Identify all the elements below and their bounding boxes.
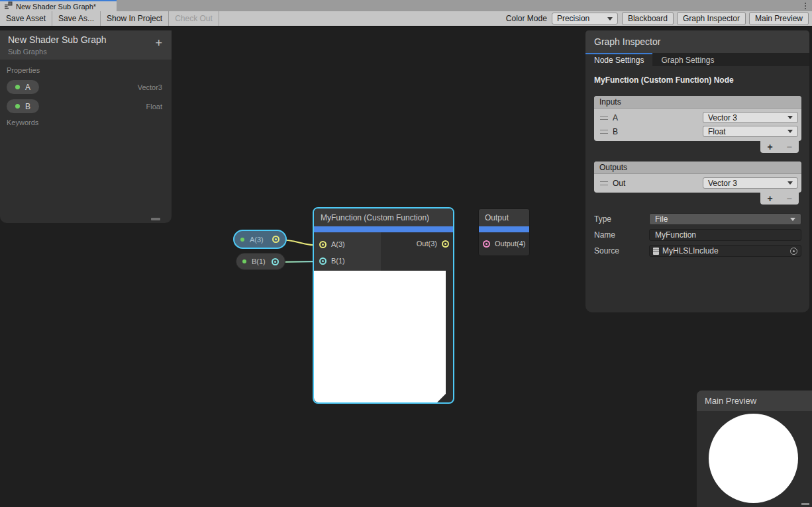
property-pill[interactable]: A: [7, 80, 39, 94]
keywords-section-label: Keywords: [0, 118, 172, 126]
exposed-dot-icon: [15, 85, 20, 89]
output-name: Out: [613, 179, 625, 188]
main-preview-panel: Main Preview: [697, 391, 812, 507]
blackboard-resize-handle[interactable]: [151, 218, 160, 220]
remove-output-button[interactable]: −: [786, 194, 791, 203]
input-type-value: Vector 3: [708, 113, 737, 122]
name-label: Name: [594, 230, 649, 240]
input-row-a[interactable]: A Vector 3: [597, 111, 798, 124]
output-type-dropdown[interactable]: Vector 3: [703, 177, 798, 189]
outputs-header: Outputs: [594, 161, 801, 174]
main-preview-resize-handle[interactable]: [801, 503, 809, 505]
color-mode-value: Precision: [557, 14, 589, 23]
precision-strip: [314, 226, 453, 232]
save-as-button[interactable]: Save As...: [52, 11, 101, 26]
node-preview[interactable]: [314, 271, 446, 402]
function-name-value: MyFunction: [655, 230, 696, 240]
blackboard-title: New Shader Sub Graph: [8, 34, 164, 45]
graph-inspector-toggle-button[interactable]: Graph Inspector: [677, 12, 746, 25]
chevron-down-icon: [787, 130, 793, 133]
property-type: Vector3: [138, 83, 162, 91]
inspector-tabs: Node Settings Graph Settings: [585, 53, 809, 66]
source-object-field[interactable]: MyHLSLInclude: [649, 245, 801, 257]
save-asset-button[interactable]: Save Asset: [0, 11, 52, 26]
property-type: Float: [146, 103, 162, 111]
property-name: B: [25, 102, 30, 111]
input-port-output[interactable]: Output(4): [479, 238, 529, 250]
exposed-dot-icon: [242, 259, 246, 263]
port-icon-vector4[interactable]: [483, 240, 490, 248]
port-icon-vector3[interactable]: [442, 240, 449, 248]
property-name: A: [25, 83, 30, 92]
chevron-down-icon: [790, 218, 795, 221]
port-label: A(3): [331, 240, 345, 248]
blackboard-toggle-button[interactable]: Blackboard: [622, 12, 674, 25]
port-label: Output(4): [495, 240, 525, 248]
property-pill[interactable]: B: [7, 99, 39, 113]
port-icon-vector3[interactable]: [272, 236, 279, 243]
drag-handle-icon[interactable]: [600, 130, 608, 134]
blackboard-header: New Shader Sub Graph Sub Graphs +: [0, 30, 172, 60]
window-menu-icon[interactable]: [799, 0, 812, 11]
output-type-value: Vector 3: [708, 179, 737, 188]
shader-graph-window: New Shader Sub Graph* Save Asset Save As…: [0, 0, 812, 507]
add-output-button[interactable]: +: [767, 194, 772, 203]
input-port-b[interactable]: B(1): [314, 255, 381, 267]
input-type-dropdown[interactable]: Vector 3: [703, 112, 798, 123]
properties-section-label: Properties: [0, 66, 172, 74]
input-name: B: [613, 127, 618, 136]
remove-input-button[interactable]: −: [786, 142, 791, 152]
main-preview-toggle-button[interactable]: Main Preview: [749, 12, 809, 25]
hlsl-file-icon: [653, 248, 659, 255]
preview-sphere[interactable]: [709, 414, 798, 503]
tab-bar: New Shader Sub Graph*: [0, 0, 812, 11]
color-mode-dropdown[interactable]: Precision: [552, 13, 618, 24]
node-header[interactable]: MyFunction (Custom Function): [314, 208, 453, 226]
port-label: B(1): [331, 257, 345, 265]
port-icon-float[interactable]: [272, 258, 279, 265]
input-name: A: [613, 113, 618, 122]
check-out-button: Check Out: [169, 11, 219, 26]
port-icon-vector3[interactable]: [319, 241, 327, 248]
property-row-a[interactable]: A Vector3: [0, 80, 172, 94]
chevron-down-icon: [787, 181, 793, 185]
property-row-b[interactable]: B Float: [0, 99, 172, 113]
type-label: Type: [594, 214, 649, 224]
object-picker-icon[interactable]: [790, 248, 797, 255]
property-node-b[interactable]: B(1): [236, 253, 285, 270]
node-ports: A(3) B(1) Out(3): [314, 232, 453, 271]
output-port-out[interactable]: Out(3): [417, 240, 449, 248]
input-type-dropdown[interactable]: Float: [703, 126, 798, 137]
source-label: Source: [594, 246, 649, 255]
preview-collapse-handle[interactable]: [437, 394, 446, 402]
input-port-a[interactable]: A(3): [314, 238, 381, 250]
tab-node-settings[interactable]: Node Settings: [585, 53, 652, 66]
property-node-a[interactable]: A(3): [233, 230, 287, 249]
function-name-input[interactable]: MyFunction: [649, 229, 801, 241]
type-dropdown[interactable]: File: [649, 213, 801, 225]
add-property-button[interactable]: +: [155, 37, 162, 49]
selected-node-title: MyFunction (Custom Function) Node: [594, 75, 801, 85]
shader-graph-asset-icon: [4, 1, 13, 13]
main-preview-viewport[interactable]: [697, 411, 812, 507]
type-field-row: Type File: [594, 213, 801, 225]
port-icon-float[interactable]: [319, 257, 327, 265]
node-header[interactable]: Output: [479, 209, 529, 226]
exposed-dot-icon: [240, 238, 244, 242]
tab-new-shader-sub-graph[interactable]: New Shader Sub Graph*: [0, 0, 117, 11]
input-row-b[interactable]: B Float: [597, 124, 798, 138]
blackboard-subtitle: Sub Graphs: [8, 48, 164, 56]
output-node[interactable]: Output Output(4): [478, 208, 530, 256]
drag-handle-icon[interactable]: [600, 116, 608, 120]
type-value: File: [655, 214, 668, 224]
tab-graph-settings[interactable]: Graph Settings: [652, 53, 723, 66]
blackboard-panel: New Shader Sub Graph Sub Graphs + Proper…: [0, 30, 172, 223]
output-row-out[interactable]: Out Vector 3: [597, 176, 798, 190]
drag-handle-icon[interactable]: [600, 181, 608, 185]
exposed-dot-icon: [15, 104, 20, 109]
source-field-row: Source MyHLSLInclude: [594, 245, 801, 257]
show-in-project-button[interactable]: Show In Project: [101, 11, 169, 26]
custom-function-node[interactable]: MyFunction (Custom Function) A(3) B(1) O…: [313, 207, 454, 404]
add-input-button[interactable]: +: [767, 142, 772, 152]
property-node-label: A(3): [250, 236, 267, 244]
